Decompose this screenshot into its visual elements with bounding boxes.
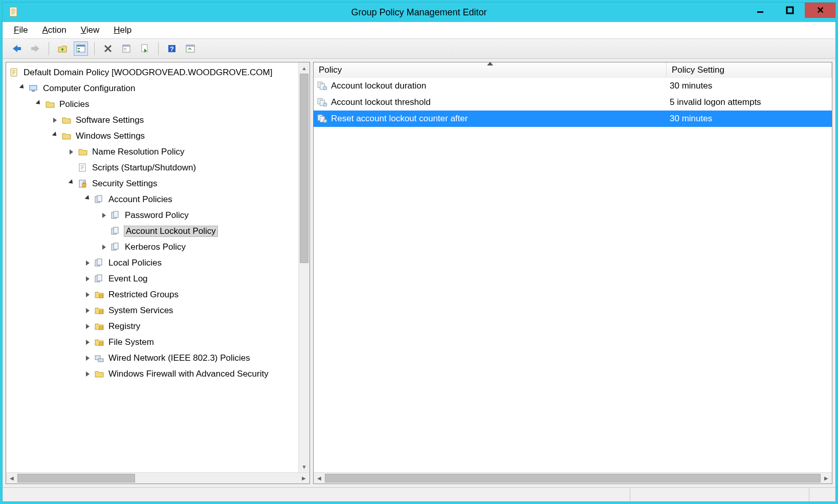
svg-rect-34	[97, 259, 102, 265]
svg-point-48	[323, 103, 327, 106]
toolbar-separator	[158, 42, 159, 55]
column-header-setting[interactable]: Policy Setting	[667, 62, 832, 78]
svg-rect-28	[114, 211, 118, 217]
tree-item-security-settings[interactable]: Security Settings	[9, 176, 298, 191]
titlebar[interactable]: Group Policy Management Editor ✕	[3, 3, 835, 22]
tree-item-file-system[interactable]: File System	[9, 334, 298, 350]
expander-icon[interactable]	[100, 244, 107, 251]
tree-item-name-resolution[interactable]: Name Resolution Policy	[9, 144, 298, 160]
tree-item-system-services[interactable]: System Services	[9, 302, 298, 318]
expander-icon[interactable]	[84, 323, 91, 330]
svg-rect-10	[123, 45, 130, 47]
svg-rect-42	[98, 359, 103, 362]
svg-rect-40	[99, 342, 103, 345]
scroll-down-arrow[interactable]: ▼	[299, 461, 310, 472]
list-horizontal-scrollbar[interactable]: ◀ ▶	[314, 472, 832, 484]
tree-item-scripts[interactable]: Scripts (Startup/Shutdown)	[9, 160, 298, 176]
svg-rect-37	[99, 295, 103, 298]
properties-button[interactable]	[119, 41, 134, 56]
expander-icon[interactable]	[84, 307, 91, 314]
policy-item-icon	[317, 97, 328, 108]
scroll-thumb[interactable]	[17, 474, 135, 483]
tree-item-wired-network[interactable]: Wired Network (IEEE 802.3) Policies	[9, 350, 298, 366]
maximize-button[interactable]	[775, 3, 805, 18]
expander-icon[interactable]	[84, 339, 91, 346]
up-folder-button[interactable]	[55, 41, 70, 56]
show-hide-action-pane-button[interactable]	[183, 41, 197, 56]
column-header-policy[interactable]: Policy	[314, 62, 667, 78]
expander-icon[interactable]	[51, 133, 58, 140]
svg-rect-19	[30, 85, 37, 90]
scroll-left-arrow[interactable]: ◀	[6, 473, 17, 484]
list-body[interactable]: Account lockout duration 30 minutes Acco…	[314, 78, 832, 472]
expander-icon[interactable]	[84, 259, 91, 267]
expander-icon[interactable]	[84, 370, 91, 378]
scroll-up-arrow[interactable]: ▲	[299, 62, 310, 74]
tree-item-kerberos-policy[interactable]: Kerberos Policy	[9, 239, 298, 255]
expander-icon[interactable]	[84, 275, 91, 282]
scroll-thumb[interactable]	[325, 474, 821, 483]
folder-icon	[61, 131, 72, 141]
list-row[interactable]: Account lockout duration 30 minutes	[314, 78, 832, 94]
close-button[interactable]: ✕	[805, 3, 835, 18]
policy-group-icon	[94, 194, 104, 205]
policy-group-icon	[94, 258, 104, 268]
tree-pane: Default Domain Policy [WOODGROVEAD.WOODG…	[6, 62, 310, 484]
expander-icon[interactable]	[18, 85, 26, 92]
expander-icon[interactable]	[35, 101, 42, 108]
menu-view[interactable]: View	[81, 25, 100, 35]
scroll-right-arrow[interactable]: ▶	[298, 473, 310, 484]
tree-item-registry[interactable]: Registry	[9, 318, 298, 334]
svg-rect-36	[97, 275, 102, 281]
sort-ascending-icon	[487, 62, 493, 65]
back-button[interactable]	[10, 41, 24, 56]
app-icon	[9, 7, 19, 18]
expander-icon	[68, 164, 75, 171]
scroll-thumb[interactable]	[300, 74, 308, 263]
show-hide-tree-button[interactable]	[74, 41, 88, 56]
toolbar-separator	[94, 42, 95, 55]
svg-rect-30	[114, 227, 118, 233]
tree-horizontal-scrollbar[interactable]: ◀ ▶	[6, 472, 310, 484]
tree-item-software-settings[interactable]: Software Settings	[9, 112, 298, 128]
tree-item-windows-firewall[interactable]: Windows Firewall with Advanced Security	[9, 366, 298, 382]
menu-action[interactable]: Action	[42, 25, 66, 35]
minimize-button[interactable]	[745, 3, 775, 18]
svg-rect-4	[31, 47, 35, 50]
expander-icon[interactable]	[68, 148, 75, 156]
forward-button[interactable]	[28, 41, 42, 56]
tree-item-windows-settings[interactable]: Windows Settings	[9, 128, 298, 144]
policy-group-icon	[94, 274, 104, 284]
tree-item-account-lockout-policy[interactable]: Account Lockout Policy	[9, 223, 298, 239]
tree-item-password-policy[interactable]: Password Policy	[9, 207, 298, 223]
list-row[interactable]: Account lockout threshold 5 invalid logo…	[314, 94, 832, 111]
tree-item-root[interactable]: Default Domain Policy [WOODGROVEAD.WOODG…	[9, 64, 298, 80]
svg-text:?: ?	[170, 45, 174, 53]
expander-icon[interactable]	[84, 196, 91, 203]
delete-button[interactable]	[101, 41, 115, 56]
expander-icon[interactable]	[51, 117, 58, 124]
tree-item-event-log[interactable]: Event Log	[9, 271, 298, 287]
tree-item-computer-configuration[interactable]: Computer Configuration	[9, 80, 298, 96]
tree-vertical-scrollbar[interactable]: ▲ ▼	[298, 62, 310, 472]
folder-lock-icon	[94, 321, 104, 332]
help-button[interactable]: ?	[165, 41, 179, 56]
expander-icon[interactable]	[84, 291, 91, 298]
tree-item-local-policies[interactable]: Local Policies	[9, 255, 298, 271]
tree-item-account-policies[interactable]: Account Policies	[9, 191, 298, 207]
tree-item-policies[interactable]: Policies	[9, 96, 298, 112]
list-row[interactable]: Reset account lockout counter after 30 m…	[314, 111, 832, 127]
folder-icon	[45, 99, 55, 109]
svg-point-45	[323, 86, 327, 90]
export-button[interactable]	[138, 41, 152, 56]
expander-icon[interactable]	[84, 355, 91, 362]
menu-file[interactable]: File	[14, 25, 28, 35]
menu-help[interactable]: Help	[114, 25, 131, 35]
policy-tree[interactable]: Default Domain Policy [WOODGROVEAD.WOODG…	[6, 62, 298, 472]
script-icon	[78, 163, 88, 173]
expander-icon[interactable]	[100, 212, 107, 219]
expander-icon[interactable]	[68, 180, 75, 187]
scroll-left-arrow[interactable]: ◀	[314, 473, 325, 484]
scroll-right-arrow[interactable]: ▶	[821, 473, 832, 484]
tree-item-restricted-groups[interactable]: Restricted Groups	[9, 287, 298, 302]
